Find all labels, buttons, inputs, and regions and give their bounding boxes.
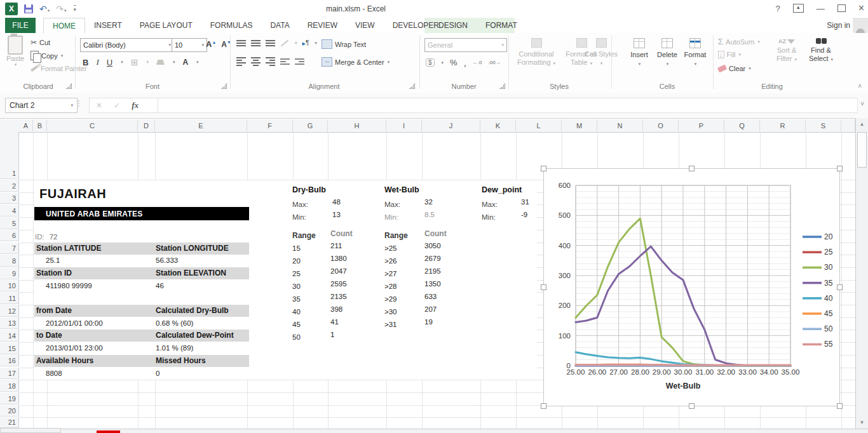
row-header-17[interactable]: 17 [0,368,19,380]
confirm-formula-icon[interactable]: ✓ [114,101,120,110]
selection-handle[interactable] [541,166,546,171]
bottom-align-icon[interactable] [266,40,275,46]
find-select-button[interactable]: Find & Select ▾ [804,38,837,63]
format-painter-button[interactable]: Format Painter [31,65,87,72]
restore-icon[interactable] [837,4,846,12]
row-header-12[interactable]: 12 [0,305,19,317]
increase-decimal-icon[interactable]: ←.0 [473,60,482,65]
row-header-15[interactable]: 15 [0,342,19,354]
selection-handle[interactable] [689,403,695,409]
tab-data[interactable]: DATA [261,18,298,33]
column-header-K[interactable]: K [480,119,516,132]
column-header-F[interactable]: F [247,119,293,132]
row-header-2[interactable]: 2 [0,180,19,192]
column-header-J[interactable]: J [422,119,480,132]
decrease-decimal-icon[interactable]: .00→ [488,60,500,65]
row-header-13[interactable]: 13 [0,317,19,330]
legend-label-55[interactable]: 55 [824,340,833,349]
close-icon[interactable]: × [858,3,864,14]
tab-page-layout[interactable]: PAGE LAYOUT [131,18,201,33]
italic-button[interactable]: I [96,57,98,67]
undo-button[interactable]: ↶▾ [39,4,50,14]
column-header-D[interactable]: D [138,119,155,132]
tab-insert[interactable]: INSERT [85,18,131,33]
borders-dropdown-icon[interactable]: ▾ [146,60,149,65]
help-icon[interactable]: ? [775,4,780,13]
row-header-11[interactable]: 11 [0,292,19,304]
cancel-formula-icon[interactable]: ✕ [96,101,102,110]
format-cells-button[interactable]: Format▾ [681,38,709,68]
paste-button[interactable]: Paste ▾ [3,36,28,67]
copy-button[interactable]: Copy▾ [31,51,63,60]
middle-align-icon[interactable] [251,40,261,46]
row-header-19[interactable]: 19 [0,392,19,404]
row-header-9[interactable]: 9 [0,267,19,279]
legend-label-25[interactable]: 25 [824,248,833,256]
percent-style-icon[interactable]: % [450,58,458,67]
clear-button[interactable]: Clear▾ [718,65,751,72]
delete-cells-button[interactable]: Delete▾ [653,38,681,68]
merge-dropdown-icon[interactable]: ▾ [388,60,390,65]
sheet-tab-strip[interactable] [0,428,61,433]
legend-label-45[interactable]: 45 [824,309,833,318]
merge-center-button[interactable]: ↔Merge & Center▾ [322,57,390,67]
grow-font-button[interactable]: A▲ [206,39,216,49]
vertical-scrollbar[interactable]: ▲ ▼ [855,118,868,433]
align-left-icon[interactable] [236,57,246,66]
row-header-8[interactable]: 8 [0,255,19,267]
name-box-dropdown-icon[interactable]: ▾ [71,103,73,108]
column-header-G[interactable]: G [293,119,328,132]
row-header-20[interactable]: 20 [0,405,19,417]
row-header-21[interactable]: 21 [0,417,19,428]
row-header-3[interactable]: 3 [0,192,19,204]
cell-styles-button[interactable]: Cell Styles ▾ [585,38,618,67]
row-header-14[interactable]: 14 [0,330,19,342]
font-color-dropdown-icon[interactable]: ▾ [196,60,199,65]
save-icon[interactable] [24,4,33,13]
selection-handle[interactable] [837,166,843,171]
column-header-N[interactable]: N [597,119,643,132]
horizontal-scrollbar[interactable] [0,429,868,433]
number-dialog-launcher-icon[interactable] [499,83,505,89]
wrap-text-button[interactable]: Wrap Text [322,39,366,49]
name-box[interactable]: Chart 2▾ [5,98,78,113]
formula-input[interactable] [158,98,858,113]
column-header-P[interactable]: P [679,119,724,132]
font-size-select[interactable]: 10▾ [172,38,207,52]
copy-dropdown-icon[interactable]: ▾ [61,53,64,58]
conditional-formatting-button[interactable]: Conditional Formatting ▾ [513,38,559,67]
selection-handle[interactable] [837,284,843,290]
fill-color-button[interactable] [156,60,165,65]
chart-object[interactable]: 010020030040050060025.0026.0027.0028.002… [543,168,840,406]
undo-dropdown-icon[interactable]: ▾ [48,8,50,13]
borders-icon[interactable]: ⊞ [131,57,139,67]
bold-button[interactable]: B [83,58,88,67]
column-header-I[interactable]: I [386,119,422,132]
scroll-up-icon[interactable]: ▲ [857,119,867,130]
legend-label-30[interactable]: 30 [824,263,833,272]
redo-dropdown-icon[interactable]: ▾ [64,8,67,13]
accounting-dropdown-icon[interactable]: ▾ [442,60,444,65]
row-header-7[interactable]: 7 [0,243,19,255]
x-axis-title[interactable]: Wet-Bulb [666,382,701,390]
fill-button[interactable]: ↓Fill▾ [718,51,741,58]
column-header-E[interactable]: E [155,119,247,132]
tab-formulas[interactable]: FORMULAS [201,18,262,33]
column-header-M[interactable]: M [562,119,597,132]
series-line-55[interactable] [576,365,790,366]
insert-function-icon[interactable]: fx [132,100,139,110]
row-header-10[interactable]: 10 [0,280,19,292]
text-direction-dropdown-icon[interactable]: ▾ [315,41,317,46]
selection-handle[interactable] [541,284,546,290]
column-header-R[interactable]: R [760,119,806,132]
selection-handle[interactable] [837,403,843,409]
orientation-dropdown-icon[interactable]: ▾ [295,41,297,46]
autosum-button[interactable]: ΣAutoSum▾ [718,37,760,46]
column-header-H[interactable]: H [328,119,386,132]
redo-button[interactable]: ↷▾ [56,4,66,14]
tab-file[interactable]: FILE [5,18,36,33]
legend-label-20[interactable]: 20 [824,232,833,241]
top-align-icon[interactable] [236,40,246,46]
column-header-L[interactable]: L [516,119,562,132]
number-format-select[interactable]: General▾ [424,38,507,52]
